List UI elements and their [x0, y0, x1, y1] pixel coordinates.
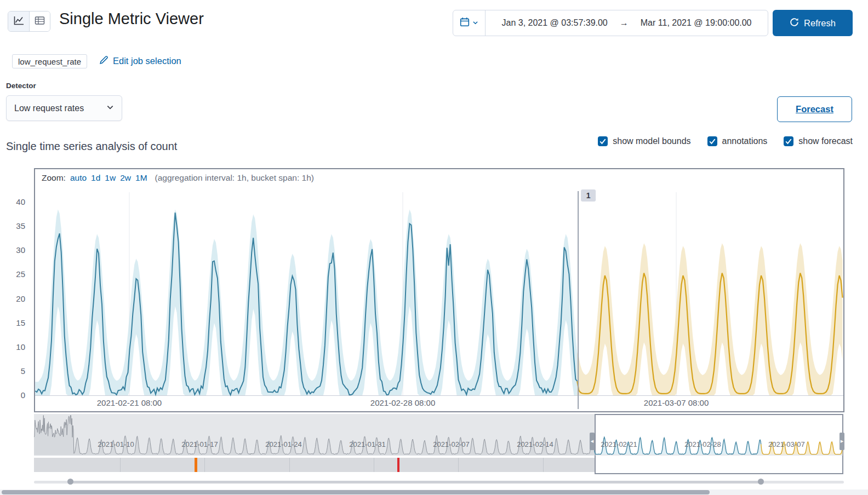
edit-job-selection-label: Edit job selection	[113, 56, 181, 66]
toggle-annotations[interactable]: annotations	[707, 136, 768, 146]
chart-view-button[interactable]	[8, 11, 29, 31]
x-tick-label: 2021-03-07 08:00	[644, 398, 709, 407]
zoom-link-1m[interactable]: 1M	[135, 173, 147, 183]
zoom-link-1d[interactable]: 1d	[91, 173, 100, 183]
pencil-icon	[99, 55, 108, 67]
toggle-label: show forecast	[798, 136, 853, 146]
detector-selected-value: Low request rates	[14, 103, 84, 113]
observed-series-line	[35, 212, 577, 395]
chevron-down-icon	[106, 103, 114, 113]
table-view-button[interactable]	[29, 11, 50, 31]
navigator-date-label: 2021-03-07	[768, 440, 805, 448]
detector-field-label: Detector	[6, 82, 36, 90]
navigator-date-label: 2021-01-17	[181, 440, 218, 448]
time-series-chart[interactable]: 2021-02-21 08:002021-02-28 08:002021-03-…	[35, 187, 843, 411]
end-date[interactable]: Mar 11, 2021 @ 19:00:00.00	[641, 18, 752, 28]
x-tick-label: 2021-02-28 08:00	[370, 398, 435, 407]
analysis-section-title: Single time series analysis of count	[6, 140, 177, 153]
y-tick-label: 35	[0, 221, 25, 232]
y-tick-label: 25	[0, 269, 25, 280]
y-tick-label: 20	[0, 293, 25, 304]
swimlane-separator	[204, 458, 205, 472]
y-tick-label: 10	[0, 342, 25, 353]
toggle-show-forecast[interactable]: show forecast	[784, 136, 853, 146]
zoom-link-1w[interactable]: 1w	[105, 173, 116, 183]
y-tick-label: 0	[0, 390, 25, 401]
context-navigator-chart[interactable]: 2021-01-102021-01-172021-01-242021-01-31…	[34, 414, 844, 456]
date-quick-select-button[interactable]	[453, 10, 486, 36]
zoom-label: Zoom:	[42, 173, 66, 183]
checkbox-checked-icon[interactable]	[598, 136, 608, 146]
line-chart-icon	[14, 16, 24, 27]
swimlane-separator	[543, 458, 544, 472]
slider-right-knob[interactable]	[758, 479, 764, 485]
slider-selected-range[interactable]	[70, 481, 761, 484]
y-tick-label: 40	[0, 197, 25, 208]
slider-left-knob[interactable]	[67, 479, 73, 485]
selection-left-handle[interactable]: ◀	[590, 433, 595, 450]
date-range-display: Jan 3, 2021 @ 03:57:39.00 → Mar 11, 2021…	[486, 10, 768, 36]
zoom-bar: Zoom: auto1d1w2w1M (aggregation interval…	[35, 169, 843, 187]
start-date[interactable]: Jan 3, 2021 @ 03:57:39.00	[501, 18, 607, 28]
context-navigator: 2021-01-102021-01-172021-01-242021-01-31…	[34, 414, 844, 475]
refresh-button[interactable]: Refresh	[773, 10, 853, 36]
zoom-links: auto1d1w2w1M	[70, 173, 147, 183]
refresh-icon	[790, 18, 799, 29]
time-range-slider	[34, 477, 844, 487]
navigator-date-label: 2021-02-28	[684, 440, 721, 448]
selection-right-handle[interactable]: ▶	[840, 433, 844, 450]
anomaly-marker-critical[interactable]	[397, 458, 399, 472]
navigator-deselected-region	[34, 414, 595, 456]
edit-job-selection-link[interactable]: Edit job selection	[99, 55, 181, 67]
x-tick-label: 2021-02-21 08:00	[97, 398, 162, 407]
detector-select[interactable]: Low request rates	[6, 95, 122, 121]
toggle-label: annotations	[722, 136, 768, 146]
checkbox-checked-icon[interactable]	[707, 136, 717, 146]
arrow-right-icon: →	[620, 18, 629, 28]
navigator-date-label: 2021-02-07	[433, 440, 470, 448]
single-metric-viewer-page: Single Metric Viewer Jan 3, 2021 @ 03:57…	[0, 0, 868, 495]
job-id-badge: low_request_rate	[12, 54, 87, 68]
table-icon	[35, 16, 45, 27]
toggle-label: show model bounds	[613, 136, 690, 146]
navigator-date-label: 2021-01-31	[349, 440, 386, 448]
horizontal-scrollbar	[0, 490, 868, 495]
swimlane-separator	[458, 458, 459, 472]
navigator-date-label: 2021-02-21	[601, 440, 637, 448]
y-tick-label: 15	[0, 318, 25, 329]
swimlane-separator	[374, 458, 374, 472]
date-range-picker: Jan 3, 2021 @ 03:57:39.00 → Mar 11, 2021…	[453, 10, 768, 36]
time-series-panel: Zoom: auto1d1w2w1M (aggregation interval…	[34, 168, 844, 412]
swimlane-separator	[289, 458, 290, 472]
navigator-date-label: 2021-02-14	[517, 440, 553, 448]
y-axis-labels: 0510152025303540	[0, 0, 28, 495]
swimlane-separator	[120, 458, 121, 472]
aggregation-note: (aggregation interval: 1h, bucket span: …	[155, 173, 314, 183]
chart-display-toggles: show model boundsannotationsshow forecas…	[598, 136, 853, 146]
anomaly-swimlane[interactable]	[34, 458, 595, 472]
zoom-link-2w[interactable]: 2w	[120, 173, 131, 183]
toggle-show-model-bounds[interactable]: show model bounds	[598, 136, 690, 146]
checkbox-checked-icon[interactable]	[784, 136, 793, 146]
refresh-label: Refresh	[804, 18, 836, 28]
view-toggle-group	[8, 11, 50, 32]
page-title: Single Metric Viewer	[59, 10, 204, 28]
scrollbar-thumb[interactable]	[2, 490, 710, 494]
navigator-date-label: 2021-01-10	[98, 440, 134, 448]
navigator-date-label: 2021-01-24	[265, 440, 302, 448]
forecast-button[interactable]: Forecast	[777, 96, 852, 122]
forecast-bounds-band	[577, 243, 842, 395]
y-tick-label: 5	[0, 366, 25, 377]
y-tick-label: 30	[0, 245, 25, 256]
chevron-down-icon	[472, 18, 478, 28]
anomaly-marker-warning[interactable]	[195, 458, 197, 472]
svg-text:1: 1	[586, 191, 591, 200]
zoom-link-auto[interactable]: auto	[70, 173, 87, 183]
calendar-icon	[460, 17, 470, 29]
